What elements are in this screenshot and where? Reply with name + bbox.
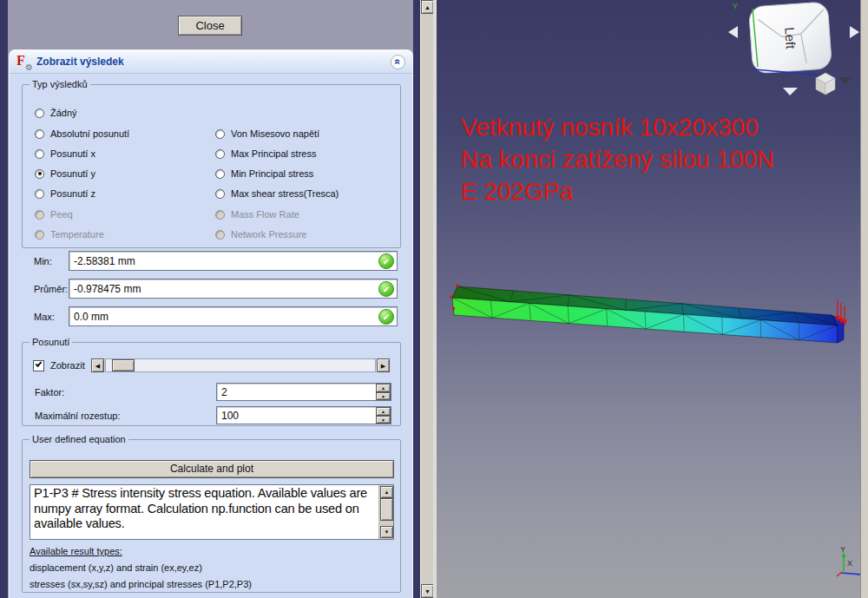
axis-y-label: Y <box>840 545 845 554</box>
check-ok-icon: ✔ <box>378 253 394 269</box>
radio-temperature: Temperature <box>35 228 104 240</box>
radio-icon[interactable] <box>215 129 225 139</box>
axis-x-label: X <box>847 559 852 568</box>
dock-scrollbar[interactable]: ▲ ▼ <box>420 0 433 598</box>
equation-text[interactable]: P1-P3 # Stress intensity stress equation… <box>34 486 376 532</box>
radio-posunuti-z[interactable]: Posunutí z <box>35 187 95 200</box>
spin-up-icon[interactable]: ▲ <box>376 384 391 392</box>
slider-right-button[interactable]: ▶ <box>377 358 390 372</box>
rotate-left-arrow[interactable] <box>728 26 738 38</box>
radio-icon[interactable] <box>215 169 225 179</box>
nav-cube-menu-dropdown-icon[interactable] <box>839 77 852 84</box>
scrollbar-thumb[interactable] <box>380 498 393 521</box>
hint-displacement-strain: displacement (x,y,z) and strain (ex,ey,e… <box>30 562 202 573</box>
checkmark-icon <box>36 360 43 367</box>
avg-field[interactable]: -0.978475 mm ✔ <box>69 279 398 299</box>
max-label: Max: <box>34 312 55 322</box>
dock-right-edge <box>413 0 420 598</box>
collapse-panel-button[interactable]: « <box>391 55 405 69</box>
slider-handle[interactable] <box>112 359 135 371</box>
panel-header: F ⚙ Zobrazit výsledek « <box>10 50 412 74</box>
group-label: Typ výsledků <box>30 79 90 89</box>
scroll-down-icon[interactable]: ▼ <box>380 526 393 538</box>
scroll-down-icon[interactable]: ▼ <box>421 584 434 598</box>
radio-icon[interactable] <box>215 149 225 159</box>
viewport-canvas[interactable]: Left Y <box>437 0 860 598</box>
group-label: Posunutí <box>30 337 72 347</box>
nav-cube-face-label[interactable]: Left <box>782 27 799 50</box>
factor-spinbox[interactable]: 2 ▲ ▼ <box>216 383 391 401</box>
gear-icon: ⚙ <box>25 62 33 72</box>
check-ok-icon: ✔ <box>378 309 394 325</box>
task-panel: F ⚙ Zobrazit výsledek « Typ výsledků Žád… <box>9 49 413 598</box>
show-checkbox-row[interactable]: Zobrazit <box>33 359 85 371</box>
axis-triad: Y X z <box>837 545 860 577</box>
equation-group: User defined equation Calculate and plot… <box>22 439 401 593</box>
radio-mass-flow: Mass Flow Rate <box>215 208 299 220</box>
radio-icon[interactable] <box>35 108 44 118</box>
radio-min-principal[interactable]: Min Principal stress <box>215 168 313 180</box>
check-ok-icon: ✔ <box>378 281 394 297</box>
fem-beam-result <box>450 285 847 344</box>
scroll-up-icon[interactable]: ▲ <box>421 0 434 14</box>
radio-posunuti-x[interactable]: Posunutí x <box>35 148 95 160</box>
radio-zadny[interactable]: Žádný <box>35 107 77 119</box>
rotate-down-arrow[interactable] <box>783 88 798 95</box>
group-label: User defined equation <box>30 434 128 444</box>
max-field[interactable]: 0.0 mm ✔ <box>69 306 398 326</box>
spacing-spinbox[interactable]: 100 ▲ ▼ <box>216 406 391 424</box>
radio-icon <box>215 210 225 220</box>
displacement-slider[interactable] <box>105 358 376 372</box>
radio-max-principal[interactable]: Max Principal stress <box>215 148 316 160</box>
show-checkbox[interactable] <box>33 360 44 371</box>
available-result-types-title: Available result types: <box>30 546 122 556</box>
radio-icon[interactable] <box>215 189 225 199</box>
rotate-right-arrow[interactable] <box>850 26 859 38</box>
result-type-group: Typ výsledků Žádný Absolutní posunutí Po… <box>22 84 401 248</box>
radio-icon[interactable] <box>35 129 44 139</box>
radio-absolutni-posunuti[interactable]: Absolutní posunutí <box>35 128 129 140</box>
radio-posunuti-y[interactable]: Posunutí y <box>35 168 95 180</box>
force-arrows <box>836 300 846 325</box>
radio-network-pressure: Network Pressure <box>215 228 306 240</box>
window-right-edge <box>860 0 868 598</box>
nav-cube-y-axis-label: Y <box>733 2 738 10</box>
displacement-group: Posunutí Zobrazit ◀ ▶ Faktor: 2 ▲ ▼ Maxi… <box>22 342 401 426</box>
slider-left-button[interactable]: ◀ <box>91 358 104 372</box>
chevron-double-up-icon: « <box>393 59 404 65</box>
equation-editor[interactable]: P1-P3 # Stress intensity stress equation… <box>30 484 394 540</box>
scroll-up-icon[interactable]: ▲ <box>380 486 393 498</box>
nav-cube[interactable]: Left <box>748 2 832 74</box>
radio-von-mises[interactable]: Von Misesovo napětí <box>215 128 319 140</box>
radio-icon-selected[interactable] <box>35 169 44 179</box>
close-button[interactable]: Close <box>178 16 242 36</box>
equation-scrollbar[interactable]: ▲ ▼ <box>378 485 393 539</box>
panel-title: Zobrazit výsledek <box>36 56 124 68</box>
radio-icon[interactable] <box>35 149 44 159</box>
application-window: { "icons": { "up": "▲", "down": "▼", "le… <box>0 0 868 598</box>
factor-label: Faktor: <box>35 387 64 398</box>
radio-icon <box>215 230 225 240</box>
min-label: Min: <box>34 256 52 266</box>
radio-icon <box>35 210 44 220</box>
min-field[interactable]: -2.58381 mm ✔ <box>69 251 398 271</box>
freecad-fem-icon: F ⚙ <box>16 55 31 69</box>
3d-viewport[interactable]: Vetknutý nosník 10x20x300 Na konci zatíž… <box>437 0 860 598</box>
radio-peeq: Peeq <box>35 208 73 220</box>
spin-up-icon[interactable]: ▲ <box>376 407 391 416</box>
spin-down-icon[interactable]: ▼ <box>376 416 391 424</box>
avg-label: Průměr: <box>34 284 68 294</box>
spacing-label: Maximální rozestup: <box>35 411 120 421</box>
spin-down-icon[interactable]: ▼ <box>376 392 391 401</box>
dock-left-edge <box>0 0 8 598</box>
calculate-and-plot-button[interactable]: Calculate and plot <box>30 460 394 478</box>
radio-icon[interactable] <box>35 189 44 199</box>
hint-stresses: stresses (sx,sy,sz) and principal stress… <box>30 579 252 589</box>
radio-max-shear[interactable]: Max shear stress(Tresca) <box>215 187 339 200</box>
radio-icon <box>35 230 44 240</box>
logo-letter-icon: F <box>16 53 25 69</box>
